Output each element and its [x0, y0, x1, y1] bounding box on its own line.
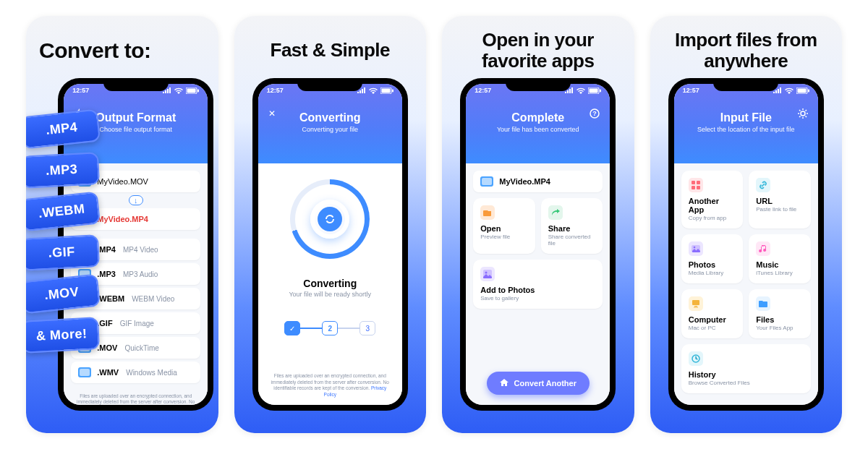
- phone-notch: [506, 78, 571, 91]
- arrow-down-icon: ↓: [129, 195, 143, 205]
- source-history[interactable]: History Browse Converted Files: [681, 344, 811, 393]
- phone-frame: 12:57 ? Complete Your file has been conv…: [460, 78, 616, 411]
- panel-headline: Convert to:: [26, 16, 157, 74]
- source-files[interactable]: Files Your Files App: [749, 289, 811, 338]
- source-another-app[interactable]: Another App Copy from app: [681, 171, 744, 228]
- format-badge: .WEBM: [26, 192, 101, 232]
- step-line: [338, 328, 359, 329]
- file-icon: [480, 176, 493, 187]
- screen-header: 12:57 Input File Select the location of …: [674, 84, 818, 163]
- format-badge: .MP3: [26, 152, 100, 189]
- status-time: 12:57: [72, 87, 89, 94]
- svg-rect-1: [187, 88, 196, 93]
- svg-rect-20: [697, 186, 700, 189]
- format-ext: .WEBM: [97, 294, 124, 303]
- status-time: 12:57: [267, 87, 284, 94]
- card-sub: Copy from app: [689, 215, 736, 221]
- format-badge: .MOV: [26, 274, 101, 315]
- screen-title: Complete: [466, 111, 610, 124]
- svg-rect-17: [692, 181, 695, 184]
- step-indicator: ✓ 2 3: [284, 321, 375, 335]
- step-1: ✓: [284, 321, 300, 335]
- source-url[interactable]: URL Paste link to file: [749, 171, 811, 228]
- source-computer[interactable]: Computer Mac or PC: [681, 289, 744, 338]
- convert-another-button[interactable]: Convert Another: [487, 372, 590, 395]
- add-to-photos-card[interactable]: Add to Photos Save to gallery: [473, 260, 603, 309]
- svg-point-12: [485, 272, 488, 274]
- status-indicators: [357, 87, 393, 94]
- status-title: Converting: [265, 278, 395, 289]
- screen-subtitle: Select the location of the input file: [674, 126, 818, 133]
- card-label: Open: [480, 224, 528, 233]
- cta-label: Convert Another: [514, 379, 576, 388]
- open-card[interactable]: Open Preview file: [473, 198, 535, 254]
- svg-rect-18: [697, 181, 700, 184]
- panel-headline: Open in your favorite apps: [442, 16, 634, 74]
- format-badge: .GIF: [26, 234, 100, 271]
- panel-import-anywhere: Import files from anywhere 12:57: [650, 16, 843, 433]
- share-icon: [548, 205, 563, 220]
- phone-notch: [103, 78, 169, 91]
- source-photos[interactable]: Photos Media Library: [681, 234, 744, 283]
- screen-title: Converting: [258, 111, 402, 124]
- status-indicators: [565, 87, 601, 94]
- source-music[interactable]: Music iTunes Library: [749, 234, 811, 283]
- battery-icon: [588, 87, 601, 94]
- battery-icon: [796, 87, 809, 94]
- step-3: 3: [359, 321, 375, 335]
- close-icon[interactable]: ✕: [268, 108, 276, 119]
- share-card[interactable]: Share Share converted file: [541, 198, 603, 254]
- spinner-inner: [310, 200, 349, 239]
- photo-lib-icon: [689, 241, 703, 256]
- file-name: MyVideo.MP4: [97, 215, 148, 223]
- status-indicators: [163, 87, 199, 94]
- result-file-row[interactable]: MyVideo.MP4: [473, 171, 603, 192]
- computer-icon: [689, 296, 703, 311]
- svg-point-16: [801, 111, 805, 116]
- screen-body: Converting Your file will be ready short…: [258, 163, 402, 405]
- wifi-icon: [369, 87, 378, 94]
- svg-rect-25: [694, 307, 698, 308]
- card-label: Files: [756, 315, 804, 324]
- disclaimer: Files are uploaded over an encrypted con…: [265, 369, 395, 398]
- format-badge: .MP4: [26, 109, 101, 150]
- format-option[interactable]: .WMVWindows Media: [71, 362, 200, 383]
- battery-icon: [186, 87, 199, 94]
- svg-rect-24: [694, 306, 697, 307]
- history-icon: [689, 351, 703, 366]
- screen-header: 12:57 ✕ Converting Converting your file: [258, 84, 402, 163]
- battery-icon: [380, 87, 393, 94]
- screen-body: Another App Copy from app URL Paste link…: [674, 163, 818, 405]
- step-2: 2: [322, 321, 338, 335]
- panel-headline: Fast & Simple: [265, 16, 396, 74]
- wifi-icon: [174, 87, 183, 94]
- card-sub: Your Files App: [756, 325, 804, 331]
- phone-screen-complete: 12:57 ? Complete Your file has been conv…: [466, 84, 610, 405]
- card-sub: Media Library: [689, 270, 736, 276]
- format-ext: .MP4: [97, 245, 116, 254]
- svg-rect-15: [808, 89, 809, 92]
- settings-icon[interactable]: [798, 108, 808, 121]
- status-time: 12:57: [683, 87, 699, 94]
- home-icon: [500, 378, 509, 388]
- photos-icon: [480, 267, 495, 281]
- svg-rect-5: [392, 89, 393, 92]
- card-label: Photos: [689, 260, 736, 269]
- help-icon[interactable]: ?: [590, 108, 600, 121]
- format-badge-stack: .MP4 .MP3 .WEBM .GIF .MOV & More!: [26, 113, 99, 351]
- format-desc: MP4 Video: [123, 246, 158, 254]
- card-label: Computer: [689, 315, 736, 324]
- format-badge: & More!: [26, 317, 100, 354]
- open-icon: [480, 205, 495, 220]
- svg-point-22: [693, 247, 695, 249]
- panel-open-favorite-apps: Open in your favorite apps 12:57 ?: [442, 16, 634, 433]
- status-subtitle: Your file will be ready shortly: [265, 291, 395, 298]
- step-line: [300, 328, 322, 329]
- phone-notch: [297, 78, 362, 91]
- phone-notch: [713, 78, 778, 91]
- disclaimer: Files are uploaded over an encrypted con…: [71, 389, 200, 405]
- card-sub: Share converted file: [548, 234, 596, 247]
- screen-header: 12:57 ? Complete Your file has been conv…: [466, 84, 610, 163]
- format-desc: WEBM Video: [132, 295, 174, 303]
- card-sub: iTunes Library: [756, 270, 804, 276]
